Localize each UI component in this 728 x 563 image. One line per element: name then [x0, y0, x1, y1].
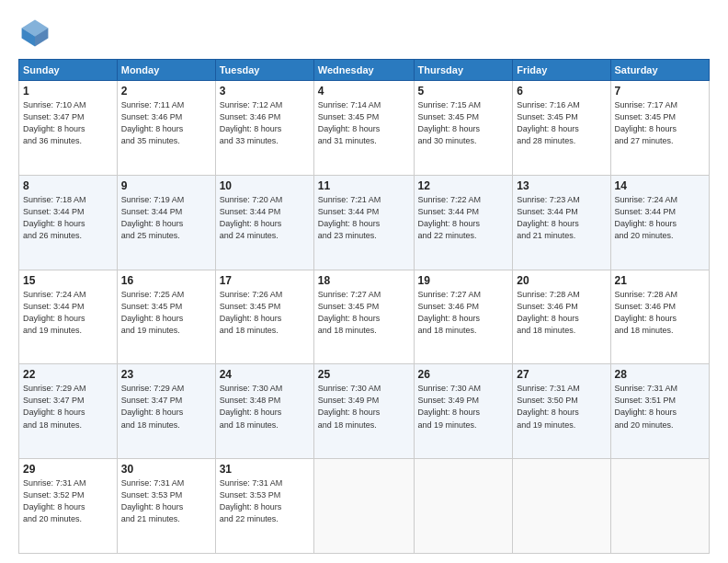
- weekday-header-wednesday: Wednesday: [313, 60, 414, 81]
- calendar-cell: 1Sunrise: 7:10 AM Sunset: 3:47 PM Daylig…: [19, 81, 118, 176]
- calendar-cell: 7Sunrise: 7:17 AM Sunset: 3:45 PM Daylig…: [610, 81, 709, 176]
- day-number: 2: [121, 85, 211, 98]
- calendar-cell: 8Sunrise: 7:18 AM Sunset: 3:44 PM Daylig…: [19, 175, 118, 270]
- calendar-cell: 23Sunrise: 7:29 AM Sunset: 3:47 PM Dayli…: [117, 364, 215, 459]
- day-detail: Sunrise: 7:31 AM Sunset: 3:53 PM Dayligh…: [121, 477, 211, 525]
- day-detail: Sunrise: 7:23 AM Sunset: 3:44 PM Dayligh…: [517, 194, 606, 242]
- logo-icon: [18, 17, 51, 50]
- calendar-cell: 27Sunrise: 7:31 AM Sunset: 3:50 PM Dayli…: [513, 364, 610, 459]
- day-detail: Sunrise: 7:16 AM Sunset: 3:45 PM Dayligh…: [517, 99, 606, 147]
- day-number: 20: [517, 274, 606, 287]
- day-number: 5: [418, 85, 509, 98]
- day-detail: Sunrise: 7:29 AM Sunset: 3:47 PM Dayligh…: [121, 383, 211, 431]
- day-detail: Sunrise: 7:30 AM Sunset: 3:48 PM Dayligh…: [220, 383, 310, 431]
- calendar-week-2: 8Sunrise: 7:18 AM Sunset: 3:44 PM Daylig…: [19, 175, 710, 270]
- calendar-cell: 12Sunrise: 7:22 AM Sunset: 3:44 PM Dayli…: [414, 175, 513, 270]
- day-detail: Sunrise: 7:30 AM Sunset: 3:49 PM Dayligh…: [418, 383, 509, 431]
- day-detail: Sunrise: 7:27 AM Sunset: 3:45 PM Dayligh…: [318, 289, 410, 337]
- day-number: 1: [23, 85, 113, 98]
- calendar-cell: 5Sunrise: 7:15 AM Sunset: 3:45 PM Daylig…: [414, 81, 513, 176]
- day-detail: Sunrise: 7:28 AM Sunset: 3:46 PM Dayligh…: [615, 289, 705, 337]
- calendar-cell: 10Sunrise: 7:20 AM Sunset: 3:44 PM Dayli…: [215, 175, 313, 270]
- day-detail: Sunrise: 7:20 AM Sunset: 3:44 PM Dayligh…: [220, 194, 310, 242]
- day-number: 14: [615, 179, 705, 192]
- calendar-cell: 4Sunrise: 7:14 AM Sunset: 3:45 PM Daylig…: [313, 81, 414, 176]
- calendar-cell: 11Sunrise: 7:21 AM Sunset: 3:44 PM Dayli…: [313, 175, 414, 270]
- day-detail: Sunrise: 7:31 AM Sunset: 3:52 PM Dayligh…: [23, 477, 113, 525]
- day-number: 24: [220, 368, 310, 381]
- day-number: 27: [517, 368, 606, 381]
- weekday-header-sunday: Sunday: [19, 60, 118, 81]
- day-detail: Sunrise: 7:18 AM Sunset: 3:44 PM Dayligh…: [23, 194, 113, 242]
- weekday-header-saturday: Saturday: [610, 60, 709, 81]
- calendar-cell: 9Sunrise: 7:19 AM Sunset: 3:44 PM Daylig…: [117, 175, 215, 270]
- day-number: 21: [615, 274, 705, 287]
- day-detail: Sunrise: 7:15 AM Sunset: 3:45 PM Dayligh…: [418, 99, 509, 147]
- header: [18, 17, 710, 50]
- calendar-week-4: 22Sunrise: 7:29 AM Sunset: 3:47 PM Dayli…: [19, 364, 710, 459]
- day-detail: Sunrise: 7:31 AM Sunset: 3:50 PM Dayligh…: [517, 383, 606, 431]
- calendar-cell: 22Sunrise: 7:29 AM Sunset: 3:47 PM Dayli…: [19, 364, 118, 459]
- day-detail: Sunrise: 7:10 AM Sunset: 3:47 PM Dayligh…: [23, 99, 113, 147]
- day-detail: Sunrise: 7:22 AM Sunset: 3:44 PM Dayligh…: [418, 194, 509, 242]
- calendar-cell: 19Sunrise: 7:27 AM Sunset: 3:46 PM Dayli…: [414, 270, 513, 364]
- calendar-cell: [610, 459, 709, 554]
- calendar-cell: 18Sunrise: 7:27 AM Sunset: 3:45 PM Dayli…: [313, 270, 414, 364]
- day-number: 10: [220, 179, 310, 192]
- day-number: 26: [418, 368, 509, 381]
- day-number: 8: [23, 179, 113, 192]
- day-detail: Sunrise: 7:27 AM Sunset: 3:46 PM Dayligh…: [418, 289, 509, 337]
- day-number: 17: [220, 274, 310, 287]
- calendar-cell: 24Sunrise: 7:30 AM Sunset: 3:48 PM Dayli…: [215, 364, 313, 459]
- day-number: 13: [517, 179, 606, 192]
- day-number: 9: [121, 179, 211, 192]
- day-detail: Sunrise: 7:17 AM Sunset: 3:45 PM Dayligh…: [615, 99, 705, 147]
- day-number: 11: [318, 179, 410, 192]
- day-detail: Sunrise: 7:25 AM Sunset: 3:45 PM Dayligh…: [121, 289, 211, 337]
- day-number: 29: [23, 463, 113, 476]
- day-detail: Sunrise: 7:19 AM Sunset: 3:44 PM Dayligh…: [121, 194, 211, 242]
- day-number: 7: [615, 85, 705, 98]
- calendar-cell: 13Sunrise: 7:23 AM Sunset: 3:44 PM Dayli…: [513, 175, 610, 270]
- calendar-cell: 6Sunrise: 7:16 AM Sunset: 3:45 PM Daylig…: [513, 81, 610, 176]
- day-number: 18: [318, 274, 410, 287]
- calendar-cell: 28Sunrise: 7:31 AM Sunset: 3:51 PM Dayli…: [610, 364, 709, 459]
- calendar-week-5: 29Sunrise: 7:31 AM Sunset: 3:52 PM Dayli…: [19, 459, 710, 554]
- day-detail: Sunrise: 7:12 AM Sunset: 3:46 PM Dayligh…: [220, 99, 310, 147]
- calendar-cell: 25Sunrise: 7:30 AM Sunset: 3:49 PM Dayli…: [313, 364, 414, 459]
- calendar-cell: 2Sunrise: 7:11 AM Sunset: 3:46 PM Daylig…: [117, 81, 215, 176]
- weekday-header-monday: Monday: [117, 60, 215, 81]
- page: SundayMondayTuesdayWednesdayThursdayFrid…: [0, 0, 728, 563]
- calendar-cell: 17Sunrise: 7:26 AM Sunset: 3:45 PM Dayli…: [215, 270, 313, 364]
- day-detail: Sunrise: 7:30 AM Sunset: 3:49 PM Dayligh…: [318, 383, 410, 431]
- day-number: 6: [517, 85, 606, 98]
- day-number: 16: [121, 274, 211, 287]
- weekday-header-thursday: Thursday: [414, 60, 513, 81]
- calendar-cell: 3Sunrise: 7:12 AM Sunset: 3:46 PM Daylig…: [215, 81, 313, 176]
- calendar-cell: 30Sunrise: 7:31 AM Sunset: 3:53 PM Dayli…: [117, 459, 215, 554]
- calendar-cell: 15Sunrise: 7:24 AM Sunset: 3:44 PM Dayli…: [19, 270, 118, 364]
- weekday-header-tuesday: Tuesday: [215, 60, 313, 81]
- day-number: 30: [121, 463, 211, 476]
- day-detail: Sunrise: 7:28 AM Sunset: 3:46 PM Dayligh…: [517, 289, 606, 337]
- calendar-cell: 31Sunrise: 7:31 AM Sunset: 3:53 PM Dayli…: [215, 459, 313, 554]
- day-detail: Sunrise: 7:24 AM Sunset: 3:44 PM Dayligh…: [23, 289, 113, 337]
- day-number: 22: [23, 368, 113, 381]
- calendar-cell: 20Sunrise: 7:28 AM Sunset: 3:46 PM Dayli…: [513, 270, 610, 364]
- day-number: 3: [220, 85, 310, 98]
- day-number: 31: [220, 463, 310, 476]
- day-number: 23: [121, 368, 211, 381]
- day-detail: Sunrise: 7:14 AM Sunset: 3:45 PM Dayligh…: [318, 99, 410, 147]
- weekday-header-row: SundayMondayTuesdayWednesdayThursdayFrid…: [19, 60, 710, 81]
- day-detail: Sunrise: 7:31 AM Sunset: 3:53 PM Dayligh…: [220, 477, 310, 525]
- day-detail: Sunrise: 7:24 AM Sunset: 3:44 PM Dayligh…: [615, 194, 705, 242]
- calendar-cell: 16Sunrise: 7:25 AM Sunset: 3:45 PM Dayli…: [117, 270, 215, 364]
- calendar-cell: 29Sunrise: 7:31 AM Sunset: 3:52 PM Dayli…: [19, 459, 118, 554]
- day-number: 15: [23, 274, 113, 287]
- day-detail: Sunrise: 7:26 AM Sunset: 3:45 PM Dayligh…: [220, 289, 310, 337]
- calendar-week-3: 15Sunrise: 7:24 AM Sunset: 3:44 PM Dayli…: [19, 270, 710, 364]
- calendar-cell: 14Sunrise: 7:24 AM Sunset: 3:44 PM Dayli…: [610, 175, 709, 270]
- day-detail: Sunrise: 7:11 AM Sunset: 3:46 PM Dayligh…: [121, 99, 211, 147]
- calendar-week-1: 1Sunrise: 7:10 AM Sunset: 3:47 PM Daylig…: [19, 81, 710, 176]
- day-number: 19: [418, 274, 509, 287]
